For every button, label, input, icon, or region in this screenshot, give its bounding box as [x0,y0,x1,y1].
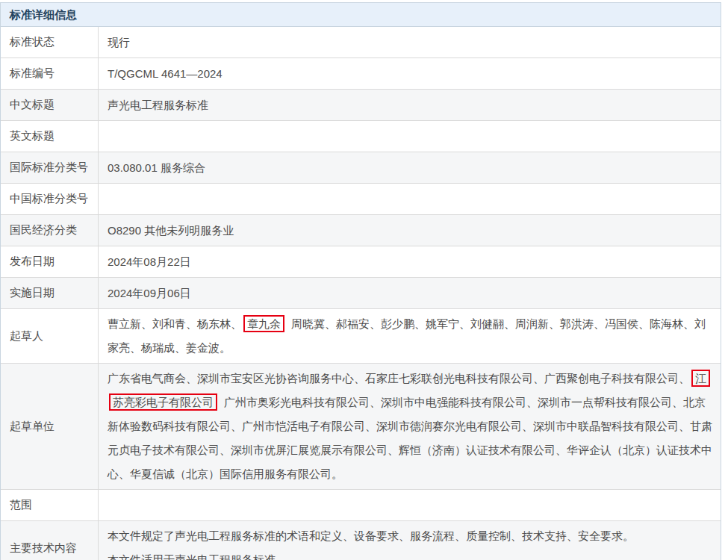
row-publish-date: 发布日期 2024年08月22日 [1,246,721,278]
row-value: 声光电工程服务标准 [99,90,721,120]
row-value: 2024年08月22日 [99,246,721,277]
row-label: 中国标准分类号 [1,184,99,214]
row-value: 现行 [99,27,721,57]
row-english-title: 英文标题 [1,121,721,152]
row-main-content: 主要技术内容 本文件规定了声光电工程服务标准的术语和定义、设备要求、服务流程、质… [1,521,721,560]
row-label: 国际标准分类号 [1,152,99,183]
row-label: 国民经济分类 [1,215,99,246]
row-value: 曹立新、刘和青、杨东林、章九余周晓冀、郝福安、彭少鹏、姚军宁、刘健翮、周润新、郭… [99,309,721,363]
row-label: 主要技术内容 [1,521,99,560]
row-value [99,184,721,214]
row-value: 2024年09月06日 [99,278,721,308]
drafters-text-before: 曹立新、刘和青、杨东林、 [108,317,242,330]
row-organizations: 起草单位 广东省电气商会、深圳市宝安区光协咨询服务中心、石家庄七彩联创光电科技有… [1,364,721,490]
row-value: 广东省电气商会、深圳市宝安区光协咨询服务中心、石家庄七彩联创光电科技有限公司、广… [99,364,721,489]
row-value: O8290 其他未列明服务业 [99,215,721,246]
row-label: 起草人 [1,309,99,363]
panel-title: 标准详细信息 [1,3,721,27]
row-label: 中文标题 [1,90,99,120]
main-content-paragraph-1: 本文件规定了声光电工程服务标准的术语和定义、设备要求、服务流程、质量控制、技术支… [108,524,634,548]
row-value: 本文件规定了声光电工程服务标准的术语和定义、设备要求、服务流程、质量控制、技术支… [99,521,721,560]
row-ccs-number: 中国标准分类号 [1,184,721,215]
main-content-paragraph-2: 本文件适用于声光电工程服务标准。 [108,548,634,560]
row-value [99,490,721,520]
row-chinese-title: 中文标题 声光电工程服务标准 [1,90,721,121]
row-implement-date: 实施日期 2024年09月06日 [1,278,721,309]
row-value: 03.080.01 服务综合 [99,152,721,183]
organizations-text-before: 广东省电气商会、深圳市宝安区光协咨询服务中心、石家庄七彩联创光电科技有限公司、广… [108,372,690,385]
drafter-highlight-box: 章九余 [243,315,284,332]
row-label: 范围 [1,490,99,520]
row-standard-status: 标准状态 现行 [1,27,721,58]
row-label: 实施日期 [1,278,99,308]
row-drafters: 起草人 曹立新、刘和青、杨东林、章九余周晓冀、郝福安、彭少鹏、姚军宁、刘健翮、周… [1,309,721,364]
standard-detail-panel: 标准详细信息 标准状态 现行 标准编号 T/QGCML 4641—2024 中文… [0,2,721,560]
row-ics-number: 国际标准分类号 03.080.01 服务综合 [1,152,721,184]
row-label: 标准状态 [1,27,99,57]
row-economy-class: 国民经济分类 O8290 其他未列明服务业 [1,215,721,246]
row-label: 英文标题 [1,121,99,152]
row-scope: 范围 [1,490,721,521]
row-label: 标准编号 [1,58,99,89]
row-label: 发布日期 [1,246,99,277]
row-standard-number: 标准编号 T/QGCML 4641—2024 [1,58,721,90]
row-label: 起草单位 [1,364,99,489]
row-value: T/QGCML 4641—2024 [99,58,721,89]
row-value [99,121,721,152]
